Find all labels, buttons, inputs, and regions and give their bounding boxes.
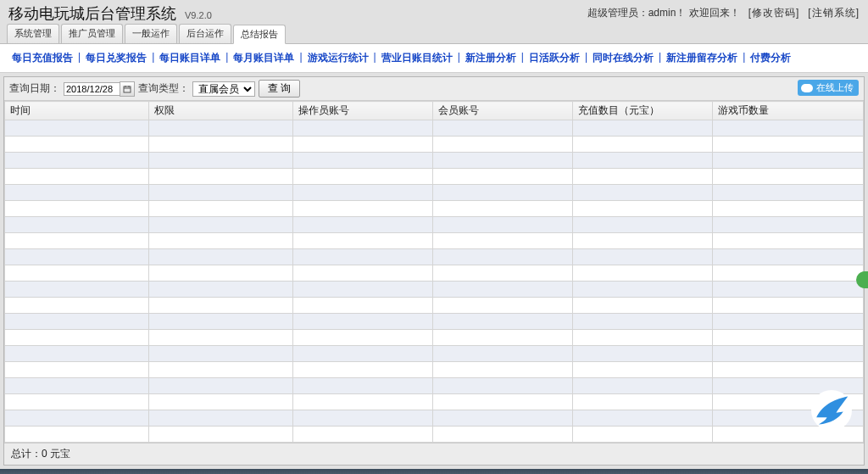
online-upload-badge[interactable]: 在线上传 [798,80,859,96]
calendar-icon[interactable] [120,81,135,97]
cell [149,314,293,330]
table-row[interactable] [5,137,864,153]
cell [149,137,293,153]
cell [5,314,149,330]
top-tab-4[interactable]: 总结报告 [233,25,286,44]
table-row[interactable] [5,185,864,201]
cell [713,410,864,427]
table-row[interactable] [5,410,864,427]
col-header-4[interactable]: 充值数目（元宝） [573,102,713,120]
table-row[interactable] [5,378,864,394]
col-header-3[interactable]: 会员账号 [433,102,573,120]
table-row[interactable] [5,265,864,282]
subnav-separator: | [458,51,460,65]
cell [433,153,573,169]
cell [433,298,573,314]
subnav-link-0[interactable]: 每日充值报告 [12,51,73,65]
table-row[interactable] [5,330,864,346]
subnav-link-1[interactable]: 每日兑奖报告 [86,51,147,65]
subnav-separator: | [225,51,228,65]
cell [293,330,433,346]
cloud-icon [801,84,813,92]
cell [5,346,149,362]
cell [573,120,713,137]
table-row[interactable] [5,314,864,330]
cell [149,249,293,265]
table-row[interactable] [5,233,864,249]
subnav-link-2[interactable]: 每日账目详单 [159,51,220,65]
cell [149,298,293,314]
table-row[interactable] [5,201,864,217]
table-row[interactable] [5,120,864,137]
top-tab-0[interactable]: 系统管理 [7,24,59,43]
side-bubble-icon[interactable] [856,271,868,288]
cell [573,233,713,249]
cell [713,153,864,169]
col-header-0[interactable]: 时间 [5,102,149,120]
cell [573,201,713,217]
cell [293,233,433,249]
cell [293,249,433,265]
cell [713,298,864,314]
table-row[interactable] [5,153,864,169]
subnav-link-3[interactable]: 每月账目详单 [233,51,294,65]
cell [713,314,864,330]
top-tab-2[interactable]: 一般运作 [125,24,177,43]
table-row[interactable] [5,282,864,298]
cell [713,185,864,201]
query-type-label: 查询类型： [138,81,189,96]
cell [713,265,864,282]
table-row[interactable] [5,298,864,314]
col-header-5[interactable]: 游戏币数量 [713,102,864,120]
col-header-1[interactable]: 权限 [149,102,293,120]
cell [149,330,293,346]
search-button[interactable]: 查 询 [259,80,300,98]
subnav-link-6[interactable]: 新注册分析 [465,51,516,65]
cell [433,265,573,282]
top-tab-3[interactable]: 后台运作 [179,24,231,43]
cell [573,282,713,298]
cell [433,330,573,346]
cell [433,120,573,137]
cell [149,362,293,378]
subnav-link-10[interactable]: 付费分析 [750,51,791,65]
logout-link[interactable]: [注销系统] [808,6,860,20]
cell [293,185,433,201]
col-header-2[interactable]: 操作员账号 [293,102,433,120]
cell [573,314,713,330]
cell [5,120,149,137]
cell [5,410,149,427]
cell [5,249,149,265]
app-title: 移动电玩城后台管理系统 [8,3,176,24]
cell [433,410,573,427]
cell [713,137,864,153]
table-row[interactable] [5,394,864,410]
change-password-link[interactable]: [修改密码] [748,6,800,20]
top-tab-1[interactable]: 推广员管理 [61,24,123,43]
subnav-link-8[interactable]: 同时在线分析 [593,51,654,65]
cell [5,330,149,346]
cell [293,298,433,314]
table-row[interactable] [5,427,864,443]
date-input[interactable] [64,82,120,96]
cell [573,217,713,233]
cell [5,137,149,153]
table-row[interactable] [5,346,864,362]
app-version: V9.2.0 [185,10,212,20]
table-row[interactable] [5,217,864,233]
table-row[interactable] [5,362,864,378]
query-date-label: 查询日期： [9,81,60,96]
cell [149,185,293,201]
table-row[interactable] [5,249,864,265]
subnav-separator: | [585,51,587,65]
cell [573,378,713,394]
subnav-link-9[interactable]: 新注册留存分析 [666,51,737,65]
subnav-link-4[interactable]: 游戏运行统计 [308,51,369,65]
subnav-link-5[interactable]: 营业日账目统计 [381,51,453,65]
cell [573,185,713,201]
table-row[interactable] [5,169,864,185]
query-type-select[interactable]: 直属会员 [192,81,255,97]
cell [293,394,433,410]
table-wrapper[interactable]: 时间权限操作员账号会员账号充值数目（元宝）游戏币数量 [4,101,864,443]
subnav-link-7[interactable]: 日活跃分析 [529,51,580,65]
